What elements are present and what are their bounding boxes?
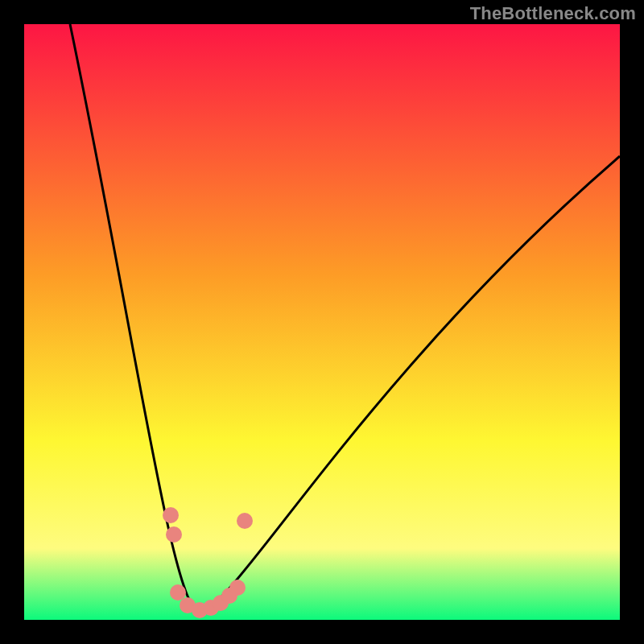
attribution-text: TheBottleneck.com (470, 3, 636, 24)
plot-area (24, 24, 620, 620)
data-marker (163, 507, 179, 523)
chart-stage: TheBottleneck.com (0, 0, 644, 644)
chart-svg (24, 24, 620, 620)
data-marker (170, 584, 186, 601)
data-marker (166, 526, 182, 543)
gradient-background (24, 24, 620, 620)
data-marker (237, 513, 253, 529)
data-marker (229, 580, 246, 596)
